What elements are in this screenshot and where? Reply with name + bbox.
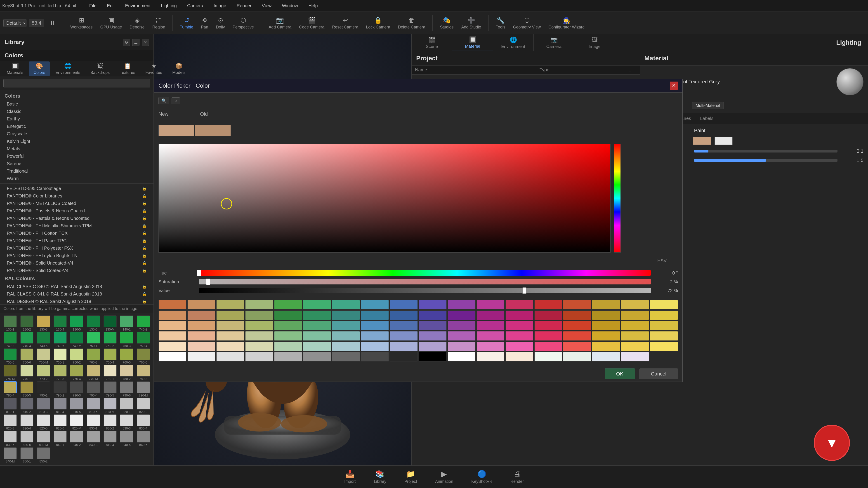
search-input[interactable] [3,79,150,88]
picker-swatch-88[interactable] [621,341,649,351]
swatch-cell-39[interactable]: 790-2 [52,381,68,397]
color-group-basic[interactable]: Basic [0,100,153,108]
picker-swatch-16[interactable] [621,300,649,310]
color-picker-eyedropper-btn[interactable]: 🔍 [158,97,169,104]
saturation-track[interactable] [199,279,651,285]
swatch-cell-41[interactable]: 790-4 [86,381,101,397]
picker-swatch-101[interactable] [476,352,504,361]
picker-swatch-69[interactable] [592,331,620,341]
tab-models[interactable]: 📦 Models [168,61,190,76]
picker-swatch-51[interactable] [592,321,620,330]
swatch-cell-62[interactable]: 830-4 [135,414,151,430]
material-color-swatch[interactable] [693,137,711,145]
hue-slider[interactable] [614,144,621,253]
camera-tab[interactable]: 📷 Camera [534,34,575,51]
menu-window[interactable]: Window [280,2,300,9]
picker-swatch-27[interactable] [418,311,447,320]
color-picker-cancel-btn[interactable]: Cancel [640,368,678,379]
swatch-cell-46[interactable]: 810-2 [19,398,35,414]
red-circle-button[interactable]: ▼ [814,425,850,461]
picker-swatch-105[interactable] [592,352,620,361]
picker-swatch-49[interactable] [534,321,562,330]
picker-swatch-15[interactable] [592,300,620,310]
delete-camera-btn[interactable]: 🗑 Delete Camera [395,15,428,31]
picker-swatch-77[interactable] [303,341,331,351]
picker-swatch-53[interactable] [650,321,678,330]
ral-design[interactable]: RAL DESIGN © RAL Sankt Augustin 2018 🔒 [0,298,153,304]
picker-swatch-99[interactable] [418,352,447,361]
picker-swatch-47[interactable] [476,321,504,330]
swatch-cell-43[interactable]: 790-6 [119,381,135,397]
roughness-slider[interactable] [694,150,838,153]
picker-swatch-95[interactable] [303,352,331,361]
swatch-cell-6[interactable]: 130-M [102,315,118,331]
swatch-cell-16[interactable]: 750-3 [119,332,135,348]
swatch-cell-60[interactable]: 830-2 [102,414,118,430]
menu-camera[interactable]: Camera [185,2,205,9]
panel-list-btn[interactable]: ☰ [132,39,140,46]
swatch-cell-70[interactable]: 840-5 [119,431,135,447]
library-btn[interactable]: 📚 Library [369,468,391,485]
swatch-cell-42[interactable]: 790-5 [102,381,118,397]
ral-item-pantone-fhi-cot[interactable]: PANTONE® - FHI Cotton TCX 🔒 [0,230,153,237]
picker-swatch-100[interactable] [447,352,475,361]
picker-swatch-87[interactable] [592,341,620,351]
swatch-cell-19[interactable]: 750-6 [19,348,35,364]
picker-swatch-83[interactable] [476,341,504,351]
ral-item-fed[interactable]: FED-STD-595 Camouflage 🔒 [0,185,153,192]
picker-swatch-56[interactable] [216,331,244,341]
picker-swatch-52[interactable] [621,321,649,330]
color-group-powerful[interactable]: Powerful [0,153,153,160]
picker-swatch-41[interactable] [303,321,331,330]
ral-item-pantone-pastels[interactable]: PANTONE® - Pastels & Neons Coated 🔒 [0,207,153,215]
swatch-cell-23[interactable]: 760-3 [86,348,101,364]
swatch-cell-72[interactable]: 840-M [2,447,18,463]
material-scene-tab[interactable]: 🔲 Material [452,34,493,51]
picker-swatch-72[interactable] [158,341,186,351]
region-btn[interactable]: ⬚ Region [150,15,168,31]
workspaces-btn[interactable]: ⊞ Workspaces [68,15,95,31]
swatch-cell-7[interactable]: 140-1 [119,315,135,331]
hue-track[interactable] [199,270,651,275]
tab-favorites[interactable]: ★ Favorites [141,61,166,76]
swatch-cell-59[interactable]: 830-1 [86,414,101,430]
ral-classic-841[interactable]: RAL CLASSIC 841 © RAL Sankt Augustin 201… [0,290,153,298]
picker-swatch-75[interactable] [245,341,273,351]
swatch-cell-32[interactable]: 770-M [86,365,101,381]
picker-swatch-2[interactable] [216,300,244,310]
picker-swatch-98[interactable] [390,352,418,361]
color-group-serene[interactable]: Serene [0,160,153,167]
picker-swatch-19[interactable] [187,311,215,320]
picker-swatch-76[interactable] [274,341,302,351]
picker-swatch-103[interactable] [534,352,562,361]
picker-swatch-59[interactable] [303,331,331,341]
picker-swatch-25[interactable] [361,311,389,320]
picker-swatch-29[interactable] [476,311,504,320]
picker-swatch-3[interactable] [245,300,273,310]
ral-item-pantone-fhi-met[interactable]: PANTONE® - FHI Metallic Shimmers TPM 🔒 [0,222,153,230]
swatch-cell-11[interactable]: 740-5 [35,332,52,348]
picker-swatch-80[interactable] [390,341,418,351]
swatch-cell-44[interactable]: 790-M [135,381,151,397]
color-group-metals[interactable]: Metals [0,145,153,153]
material-color-white[interactable] [715,137,733,145]
swatch-cell-30[interactable]: 770-3 [52,365,68,381]
picker-swatch-9[interactable] [418,300,447,310]
swatch-cell-13[interactable]: 740-M [69,332,85,348]
color-group-grayscale[interactable]: Grayscale [0,130,153,138]
swatch-cell-25[interactable]: 760-5 [119,348,135,364]
picker-swatch-70[interactable] [621,331,649,341]
menu-lighting[interactable]: Lighting [159,2,179,9]
picker-swatch-38[interactable] [216,321,244,330]
swatch-cell-57[interactable]: 820-6 [52,414,68,430]
swatch-cell-52[interactable]: 820-1 [119,398,135,414]
tab-environments[interactable]: 🌐 Environments [51,61,85,76]
preset-selector[interactable]: Default [3,19,26,27]
tools-btn[interactable]: 🔧 Tools [493,15,508,31]
picker-swatch-6[interactable] [332,300,360,310]
import-btn[interactable]: 📥 Import [340,468,360,485]
picker-swatch-96[interactable] [332,352,360,361]
color-group-warm[interactable]: Warm [0,175,153,182]
project-btn[interactable]: 📁 Project [400,468,422,485]
swatch-cell-53[interactable]: 820-2 [135,398,151,414]
